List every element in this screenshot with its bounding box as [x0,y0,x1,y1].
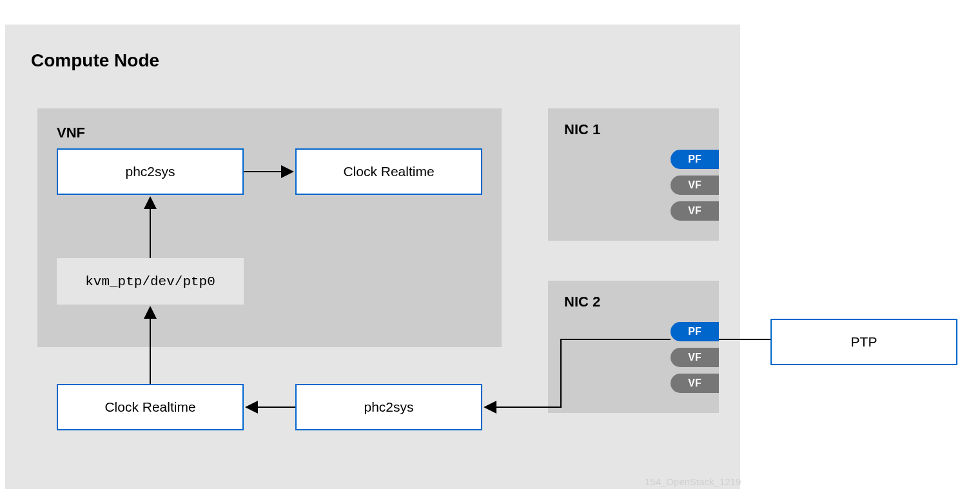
phc2sys-label-vnf: phc2sys [125,164,175,179]
nic1-container: NIC 1 PF VF VF [548,108,719,241]
clock-realtime-label-vnf: Clock Realtime [343,164,434,179]
kvm-ptp-box: kvm_ptp/dev/ptp0 [57,258,244,305]
clock-realtime-label-lower: Clock Realtime [104,399,195,415]
clock-realtime-box-vnf: Clock Realtime [295,148,482,195]
phc2sys-box-lower: phc2sys [295,384,482,430]
nic2-vf1-pill: VF [671,348,719,367]
phc2sys-box-vnf: phc2sys [57,148,244,195]
vnf-container: VNF [37,108,502,347]
nic2-title: NIC 2 [564,294,719,310]
nic2-vf2-pill: VF [671,374,719,393]
ptp-label: PTP [851,334,877,350]
nic1-pf-pill: PF [671,150,719,169]
nic2-pf-pill: PF [671,322,719,341]
compute-node-title: Compute Node [31,50,714,71]
vnf-title: VNF [57,125,482,141]
nic1-vf1-pill: VF [671,176,719,195]
ptp-box: PTP [770,319,957,365]
clock-realtime-box-lower: Clock Realtime [57,384,244,430]
kvm-ptp-label: kvm_ptp/dev/ptp0 [85,274,215,289]
watermark: 154_OpenStack_1219 [645,476,741,487]
nic2-container: NIC 2 PF VF VF [548,281,719,413]
phc2sys-label-lower: phc2sys [364,399,413,415]
nic1-title: NIC 1 [564,121,719,138]
nic1-vf2-pill: VF [671,201,719,221]
